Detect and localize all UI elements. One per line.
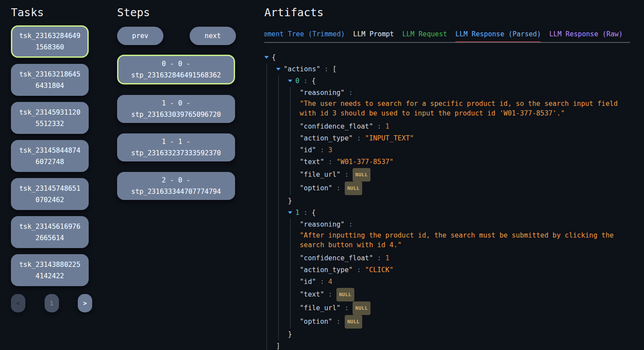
task-button-tsk-231459311205512332[interactable]: tsk_231459311205512332 xyxy=(11,102,89,134)
json-node: {"actions" : [0 : {"reasoning" : "The us… xyxy=(264,52,630,350)
json-node: "id" : 3 xyxy=(300,144,630,156)
tasks-title: Tasks xyxy=(11,6,117,19)
step-button-stp-231633344707774794[interactable]: 2 - 0 -stp_231633344707774794 xyxy=(117,172,235,200)
json-colon: : xyxy=(373,254,385,262)
json-line: "confidence_float" : 1 xyxy=(300,121,630,133)
null-badge: NULL xyxy=(345,315,363,329)
json-bracket: [ xyxy=(332,65,336,73)
json-line: "file_url" : NULL xyxy=(300,168,630,182)
json-key: "action_type" xyxy=(300,134,353,142)
null-badge: NULL xyxy=(345,182,363,195)
json-key: "action_type" xyxy=(300,266,353,274)
tab-element-tree-trimmed[interactable]: Element Tree (Trimmed) xyxy=(264,30,345,42)
task-button-tsk-231632846491568360[interactable]: tsk_231632846491568360 xyxy=(11,25,89,58)
json-colon: : xyxy=(316,278,328,286)
json-key: "id" xyxy=(300,278,316,286)
json-key: "file_url" xyxy=(300,171,340,178)
json-node: "file_url" : NULL xyxy=(300,168,630,182)
json-number-value: 4 xyxy=(328,278,332,286)
task-button-tsk-231456169762665614[interactable]: tsk_231456169762665614 xyxy=(11,216,89,248)
pagination-page-button[interactable]: 1 xyxy=(45,294,59,312)
json-node: "action_type" : "CLICK" xyxy=(300,264,630,276)
tab-llm-response-raw[interactable]: LLM Response (Raw) xyxy=(549,30,623,42)
json-node: "reasoning" : "After inputting the produ… xyxy=(300,219,630,250)
json-line: "confidence_float" : 1 xyxy=(300,252,630,264)
json-node: "confidence_float" : 1 xyxy=(300,252,630,264)
json-bracket: ] xyxy=(276,342,280,350)
task-button-tsk-231458448746072748[interactable]: tsk_231458448746072748 xyxy=(11,140,89,172)
null-badge: NULL xyxy=(336,288,354,301)
json-number-value: 1 xyxy=(385,122,389,130)
steps-nav: prev next xyxy=(117,27,236,45)
json-children: 0 : {"reasoning" : "The user needs to se… xyxy=(278,75,630,340)
tab-llm-request[interactable]: LLM Request xyxy=(402,30,447,42)
json-key: "reasoning" xyxy=(300,220,345,228)
pagination-prev-button[interactable]: < xyxy=(11,294,25,312)
json-node: "confidence_float" : 1 xyxy=(300,121,630,133)
step-index-label: 1 - 0 - xyxy=(162,98,190,109)
json-colon: : xyxy=(345,89,353,97)
step-list: 0 - 0 -stp_2316328464915683621 - 0 -stp_… xyxy=(117,55,264,200)
json-bracket: } xyxy=(288,197,292,205)
tasks-panel: Tasks tsk_231632846491568360tsk_23163218… xyxy=(0,0,117,350)
json-colon: : xyxy=(299,209,312,217)
json-colon: : xyxy=(332,318,345,326)
task-button-tsk-231438802254142422[interactable]: tsk_231438802254142422 xyxy=(11,254,89,286)
json-line: "reasoning" : xyxy=(300,87,630,99)
json-children: "reasoning" : "After inputting the produ… xyxy=(290,219,630,329)
json-line: 0 : { xyxy=(288,75,630,87)
json-colon: : xyxy=(353,266,365,274)
task-list: tsk_231632846491568360tsk_23163218645643… xyxy=(11,25,117,286)
step-button-stp-231633237333592370[interactable]: 1 - 1 -stp_231633237333592370 xyxy=(117,133,235,161)
null-badge: NULL xyxy=(353,168,370,182)
collapse-triangle-icon[interactable] xyxy=(288,80,292,82)
artifacts-panel: Artifacts Element Tree (Trimmed)LLM Prom… xyxy=(264,0,644,350)
json-string-value: "The user needs to search for a specific… xyxy=(300,99,627,118)
json-key: "confidence_float" xyxy=(300,122,373,130)
pagination-next-button[interactable]: > xyxy=(78,294,92,312)
collapse-triangle-icon[interactable] xyxy=(276,68,280,70)
json-key: "confidence_float" xyxy=(300,254,373,262)
collapse-triangle-icon[interactable] xyxy=(264,56,269,59)
task-button-tsk-231632186456431804[interactable]: tsk_231632186456431804 xyxy=(11,64,89,96)
json-key: "reasoning" xyxy=(300,89,345,97)
json-line: "text" : "W01-377-8537" xyxy=(300,156,630,168)
json-node: "text" : "W01-377-8537" xyxy=(300,156,630,168)
json-number-value: 3 xyxy=(328,146,332,154)
json-number-value: 1 xyxy=(385,254,389,262)
json-array-index: 0 xyxy=(295,77,299,85)
artifacts-title: Artifacts xyxy=(264,6,630,19)
tasks-pagination: < 1 > xyxy=(11,294,92,312)
json-key: "actions" xyxy=(284,65,320,73)
json-line: "file_url" : NULL xyxy=(300,301,630,315)
steps-next-button[interactable]: next xyxy=(190,27,236,45)
json-key: "text" xyxy=(300,290,324,298)
json-colon: : xyxy=(324,290,336,298)
app-root: Tasks tsk_231632846491568360tsk_23163218… xyxy=(0,0,644,350)
collapse-triangle-icon[interactable] xyxy=(288,211,292,214)
json-line: ] xyxy=(276,340,630,350)
tab-llm-response-parsed[interactable]: LLM Response (Parsed) xyxy=(455,30,541,42)
json-node: "actions" : [0 : {"reasoning" : "The use… xyxy=(276,63,630,350)
task-button-tsk-231457486510702462[interactable]: tsk_231457486510702462 xyxy=(11,178,89,210)
json-node: "option" : NULL xyxy=(300,315,630,329)
tab-llm-prompt[interactable]: LLM Prompt xyxy=(353,30,394,42)
json-colon: : xyxy=(320,65,332,73)
step-button-stp-231632846491568362[interactable]: 0 - 0 -stp_231632846491568362 xyxy=(117,55,235,84)
json-colon: : xyxy=(353,134,365,142)
json-line: "id" : 4 xyxy=(300,276,630,288)
steps-panel: Steps prev next 0 - 0 -stp_2316328464915… xyxy=(117,0,264,350)
json-colon: : xyxy=(324,158,336,166)
json-line: "option" : NULL xyxy=(300,315,630,329)
json-line: { xyxy=(264,52,630,63)
json-node: "action_type" : "INPUT_TEXT" xyxy=(300,133,630,144)
step-button-stp-231633039765096720[interactable]: 1 - 0 -stp_231633039765096720 xyxy=(117,95,235,123)
json-line: } xyxy=(288,329,630,340)
steps-prev-button[interactable]: prev xyxy=(117,27,163,45)
step-id-label: stp_231633039765096720 xyxy=(131,109,221,120)
step-index-label: 0 - 0 - xyxy=(162,58,190,70)
json-colon: : xyxy=(340,304,353,312)
json-bracket: { xyxy=(312,77,315,85)
json-node: "option" : NULL xyxy=(300,182,630,195)
json-string-value: "After inputting the product id, the sea… xyxy=(300,231,627,250)
